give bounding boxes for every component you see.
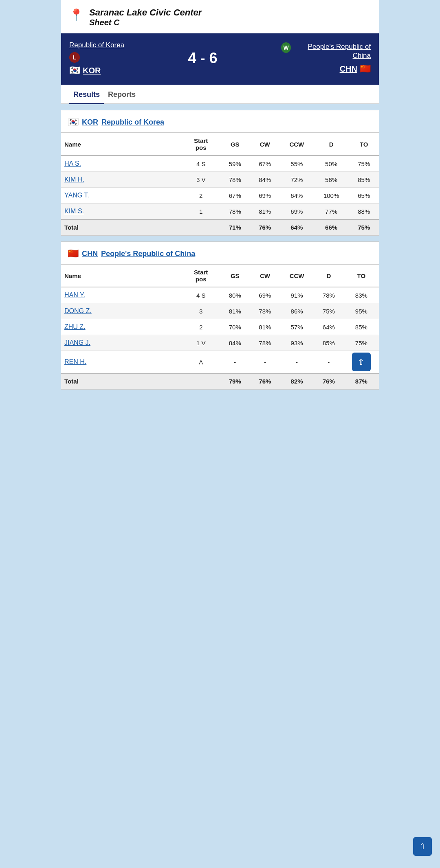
player-name[interactable]: KIM S. <box>61 204 182 220</box>
team-right-code-row: CHN 🇨🇳 <box>340 64 371 74</box>
total-to: 75% <box>349 219 379 235</box>
player-name[interactable]: HAN Y. <box>61 287 182 303</box>
kor-col-cw: CW <box>250 133 279 156</box>
table-row: HA S. 4 S 59% 67% 55% 50% 75% <box>61 156 379 172</box>
to-value: 85% <box>349 172 379 188</box>
chn-col-gs: GS <box>220 265 250 287</box>
chn-col-name: Name <box>61 265 182 287</box>
team-right-code[interactable]: CHN <box>340 64 357 74</box>
start-pos: 3 V <box>182 172 220 188</box>
team-right: W People's Republic of China CHN 🇨🇳 <box>281 42 371 74</box>
player-name[interactable]: YANG T. <box>61 188 182 204</box>
tab-results[interactable]: Results <box>69 85 104 104</box>
gs-value: 78% <box>220 204 250 220</box>
ccw-value: 91% <box>280 287 314 303</box>
match-score: 4 - 6 <box>188 50 218 67</box>
kor-team-label: 🇰🇷 KOR Republic of Korea <box>61 110 379 133</box>
start-pos: 1 <box>182 204 220 220</box>
total-gs: 79% <box>220 373 250 389</box>
d-value: 78% <box>314 287 344 303</box>
cw-value: 81% <box>250 204 279 220</box>
start-pos: A <box>182 351 220 374</box>
ccw-value: 93% <box>280 335 314 351</box>
d-value: 64% <box>314 319 344 335</box>
gs-value: 78% <box>220 172 250 188</box>
player-name[interactable]: KIM H. <box>61 172 182 188</box>
chn-team-label: 🇨🇳 CHN People's Republic of China <box>61 242 379 265</box>
ccw-value: 57% <box>280 319 314 335</box>
table-row: JIANG J. 1 V 84% 78% 93% 85% 75% <box>61 335 379 351</box>
table-row: DONG Z. 3 81% 78% 86% 75% 95% <box>61 303 379 319</box>
kor-team-name-link[interactable]: Republic of Korea <box>101 118 164 127</box>
table-row: REN H. A - - - - ⇧ <box>61 351 379 374</box>
d-value: 56% <box>314 172 349 188</box>
kor-col-to: TO <box>349 133 379 156</box>
chn-stats-table: Name Startpos GS CW CCW D TO HAN Y. 4 S … <box>61 265 379 389</box>
cw-value: 81% <box>250 319 280 335</box>
venue-header: 📍 Saranac Lake Civic Center Sheet C <box>61 0 379 33</box>
table-row: YANG T. 2 67% 69% 64% 100% 65% <box>61 188 379 204</box>
total-label: Total <box>61 373 182 389</box>
to-value: 83% <box>344 287 379 303</box>
total-row: Total 79% 76% 82% 76% 87% <box>61 373 379 389</box>
ccw-value: 72% <box>280 172 314 188</box>
table-row: KIM S. 1 78% 81% 69% 77% 88% <box>61 204 379 220</box>
scroll-top-button-inline[interactable]: ⇧ <box>352 353 371 371</box>
player-name[interactable]: JIANG J. <box>61 335 182 351</box>
total-gs: 71% <box>220 219 250 235</box>
chn-team-code-link[interactable]: CHN <box>82 250 98 258</box>
kor-col-ccw: CCW <box>280 133 314 156</box>
kor-col-name: Name <box>61 133 182 156</box>
kor-col-start-pos: Startpos <box>182 133 220 156</box>
d-value: 75% <box>314 303 344 319</box>
total-label: Total <box>61 219 182 235</box>
team-left-code-row: 🇰🇷 KOR <box>69 65 101 76</box>
to-value: 88% <box>349 204 379 220</box>
cw-value: 84% <box>250 172 279 188</box>
total-d: 76% <box>314 373 344 389</box>
chn-col-start-pos: Startpos <box>182 265 220 287</box>
chn-team-name-link[interactable]: People's Republic of China <box>101 250 195 258</box>
team-left-name[interactable]: Republic of Korea <box>69 41 124 50</box>
kor-team-code-link[interactable]: KOR <box>82 118 98 127</box>
gs-value: 67% <box>220 188 250 204</box>
ccw-value: 69% <box>280 204 314 220</box>
player-name[interactable]: ZHU Z. <box>61 319 182 335</box>
venue-name: Saranac Lake Civic Center <box>89 7 202 18</box>
player-name[interactable]: REN H. <box>61 351 182 374</box>
cw-value: 78% <box>250 303 280 319</box>
player-name[interactable]: DONG Z. <box>61 303 182 319</box>
d-value: 85% <box>314 335 344 351</box>
team-right-name[interactable]: People's Republic of China <box>294 42 371 60</box>
location-icon: 📍 <box>69 8 84 22</box>
venue-info: Saranac Lake Civic Center Sheet C <box>89 7 202 27</box>
gs-value: 84% <box>220 335 250 351</box>
start-pos: 3 <box>182 303 220 319</box>
start-pos: 2 <box>182 319 220 335</box>
d-value: 77% <box>314 204 349 220</box>
d-value: - <box>314 351 344 374</box>
tab-bar: Results Reports <box>61 85 379 104</box>
team-left-badge-row: L <box>69 52 80 63</box>
team-left: Republic of Korea L 🇰🇷 KOR <box>69 41 124 76</box>
kor-stats-section: 🇰🇷 KOR Republic of Korea Name Startpos G… <box>61 110 379 236</box>
team-left-code[interactable]: KOR <box>83 66 101 75</box>
to-value: 75% <box>344 335 379 351</box>
tab-reports[interactable]: Reports <box>104 85 140 104</box>
ccw-value: 86% <box>280 303 314 319</box>
total-d: 66% <box>314 219 349 235</box>
total-cw: 76% <box>250 373 280 389</box>
to-value: ⇧ <box>344 351 379 374</box>
cw-value: - <box>250 351 280 374</box>
gs-value: 59% <box>220 156 250 172</box>
ccw-value: 64% <box>280 188 314 204</box>
start-pos: 4 S <box>182 287 220 303</box>
chn-col-ccw: CCW <box>280 265 314 287</box>
total-to: 87% <box>344 373 379 389</box>
cw-value: 78% <box>250 335 280 351</box>
ccw-value: 55% <box>280 156 314 172</box>
player-name[interactable]: HA S. <box>61 156 182 172</box>
chn-col-d: D <box>314 265 344 287</box>
table-row: HAN Y. 4 S 80% 69% 91% 78% 83% <box>61 287 379 303</box>
cw-value: 67% <box>250 156 279 172</box>
